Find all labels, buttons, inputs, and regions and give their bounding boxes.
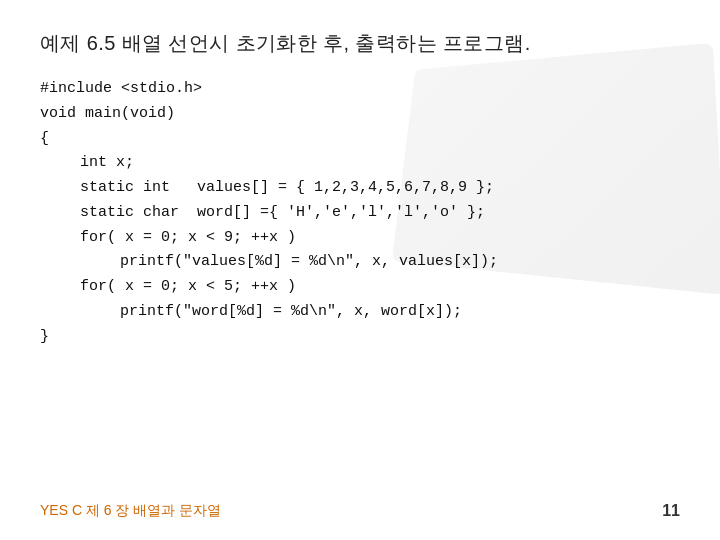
code-line-4: int x; <box>40 151 680 176</box>
slide-footer: YES C 제 6 장 배열과 문자열 11 <box>40 492 680 520</box>
code-line-2: void main(void) <box>40 102 680 127</box>
code-block: #include <stdio.h> void main(void) { int… <box>40 77 680 349</box>
code-line-6: static char word[] ={ 'H','e','l','l','o… <box>40 201 680 226</box>
code-line-11: } <box>40 325 680 350</box>
slide-content: 예제 6.5 배열 선언시 초기화한 후, 출력하는 프로그램. #includ… <box>40 30 680 492</box>
code-line-1: #include <stdio.h> <box>40 77 680 102</box>
code-line-10: printf("word[%d] = %d\n", x, word[x]); <box>40 300 680 325</box>
code-line-8: printf("values[%d] = %d\n", x, values[x]… <box>40 250 680 275</box>
code-line-7: for( x = 0; x < 9; ++x ) <box>40 226 680 251</box>
slide-title: 예제 6.5 배열 선언시 초기화한 후, 출력하는 프로그램. <box>40 30 680 57</box>
code-line-3: { <box>40 127 680 152</box>
code-line-5: static int values[] = { 1,2,3,4,5,6,7,8,… <box>40 176 680 201</box>
footer-page-number: 11 <box>662 502 680 520</box>
slide: 예제 6.5 배열 선언시 초기화한 후, 출력하는 프로그램. #includ… <box>0 0 720 540</box>
footer-label: YES C 제 6 장 배열과 문자열 <box>40 502 221 520</box>
code-line-9: for( x = 0; x < 5; ++x ) <box>40 275 680 300</box>
